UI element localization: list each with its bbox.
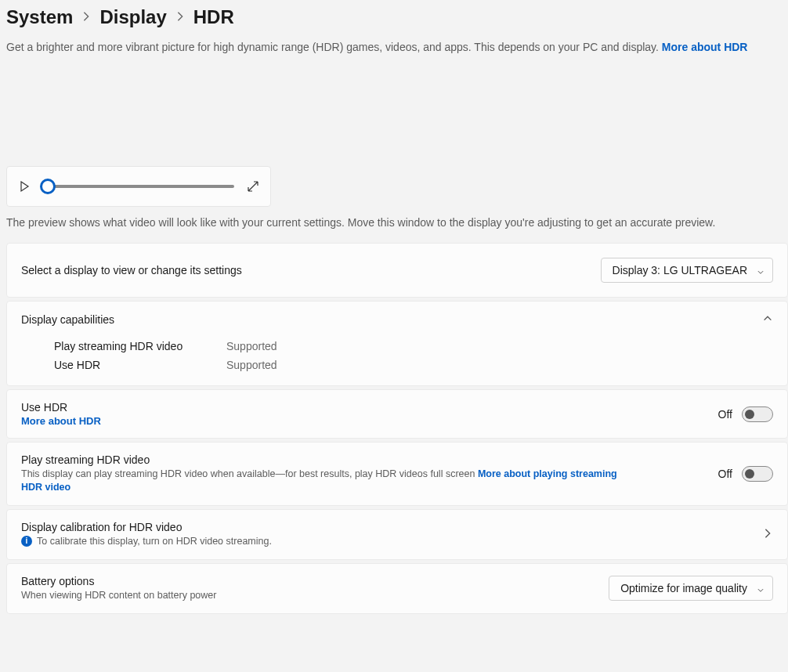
- chevron-right-icon: [173, 11, 187, 24]
- chevron-right-icon: [79, 11, 93, 24]
- page-description: Get a brighter and more vibrant picture …: [6, 38, 788, 64]
- play-streaming-panel: Play streaming HDR video This display ca…: [6, 442, 788, 506]
- use-hdr-state: Off: [718, 408, 732, 421]
- preview-note: The preview shows what video will look l…: [6, 216, 788, 229]
- calibration-panel[interactable]: Display calibration for HDR video i To c…: [6, 509, 788, 560]
- play-streaming-toggle[interactable]: [742, 466, 773, 482]
- use-hdr-panel: Use HDR More about HDR Off: [6, 389, 788, 439]
- capability-key: Play streaming HDR video: [54, 340, 195, 352]
- select-display-dropdown[interactable]: Display 3: LG ULTRAGEAR: [601, 258, 773, 283]
- play-streaming-sub-text: This display can play streaming HDR vide…: [21, 468, 478, 479]
- info-icon: i: [21, 536, 32, 547]
- breadcrumb-system[interactable]: System: [6, 6, 73, 28]
- calibration-info: i To calibrate this display, turn on HDR…: [21, 535, 272, 548]
- display-capabilities-title: Display capabilities: [21, 313, 114, 326]
- battery-sub: When viewing HDR content on battery powe…: [21, 589, 216, 602]
- display-capabilities-header[interactable]: Display capabilities: [7, 302, 787, 337]
- use-hdr-toggle[interactable]: [742, 406, 773, 422]
- calibration-info-text: To calibrate this display, turn on HDR v…: [37, 535, 272, 548]
- select-display-label: Select a display to view or change its s…: [21, 264, 242, 276]
- battery-options-panel: Battery options When viewing HDR content…: [6, 563, 788, 614]
- play-streaming-state: Off: [718, 468, 732, 480]
- use-hdr-title: Use HDR: [21, 401, 101, 414]
- expand-icon[interactable]: [247, 180, 259, 193]
- play-icon[interactable]: [18, 180, 31, 193]
- breadcrumb-current: HDR: [193, 6, 234, 28]
- chevron-down-icon: [757, 266, 765, 274]
- battery-dropdown-value: Optimize for image quality: [620, 582, 747, 594]
- use-hdr-more-link[interactable]: More about HDR: [21, 415, 101, 427]
- select-display-value: Display 3: LG ULTRAGEAR: [613, 264, 747, 276]
- capability-row: Use HDR Supported: [54, 356, 773, 374]
- more-about-hdr-link[interactable]: More about HDR: [662, 41, 748, 53]
- capability-key: Use HDR: [54, 359, 195, 371]
- description-text: Get a brighter and more vibrant picture …: [6, 41, 662, 53]
- play-streaming-title: Play streaming HDR video: [21, 453, 632, 466]
- breadcrumb-display[interactable]: Display: [99, 6, 166, 28]
- select-display-panel: Select a display to view or change its s…: [6, 243, 788, 298]
- capability-row: Play streaming HDR video Supported: [54, 337, 773, 356]
- capability-value: Supported: [226, 340, 277, 352]
- preview-control-bar: [6, 166, 271, 207]
- breadcrumb: System Display HDR: [6, 6, 788, 38]
- display-capabilities-panel: Display capabilities Play streaming HDR …: [6, 301, 788, 386]
- slider-thumb[interactable]: [40, 179, 56, 194]
- battery-title: Battery options: [21, 575, 216, 587]
- battery-dropdown[interactable]: Optimize for image quality: [609, 576, 773, 601]
- chevron-right-icon: [762, 528, 773, 541]
- play-streaming-sub: This display can play streaming HDR vide…: [21, 468, 632, 494]
- calibration-title: Display calibration for HDR video: [21, 521, 272, 533]
- chevron-up-icon: [762, 313, 773, 326]
- chevron-down-icon: [757, 584, 765, 592]
- capability-value: Supported: [226, 359, 277, 371]
- preview-slider[interactable]: [43, 179, 234, 194]
